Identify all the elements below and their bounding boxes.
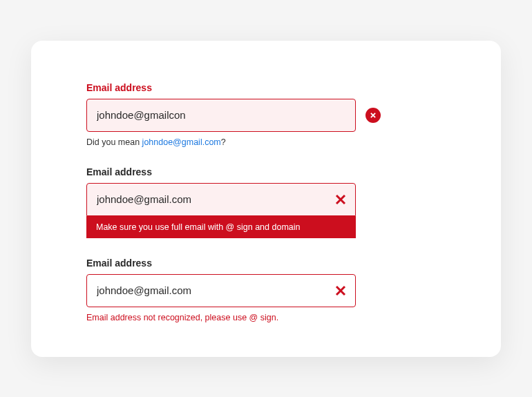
email-label-3: Email address xyxy=(86,258,446,269)
error-banner: Make sure you use full email with @ sign… xyxy=(86,216,356,238)
clear-input-icon[interactable] xyxy=(335,194,346,205)
form-group-1: Email address Did you mean johndoe@gmail… xyxy=(86,82,446,147)
suggestion-suffix: ? xyxy=(221,137,226,147)
email-suggestion: Did you mean johndoe@gmail.com? xyxy=(86,137,446,147)
form-group-3: Email address Email address not recogniz… xyxy=(86,258,446,322)
form-card: Email address Did you mean johndoe@gmail… xyxy=(31,41,501,357)
error-text: Email address not recognized, please use… xyxy=(86,313,446,322)
email-label-2: Email address xyxy=(86,166,446,177)
email-field-2[interactable] xyxy=(86,183,356,216)
input-wrapper-2 xyxy=(86,183,356,216)
error-badge-icon xyxy=(365,108,381,123)
input-row-1 xyxy=(86,99,446,132)
form-group-2: Email address Make sure you use full ema… xyxy=(86,166,446,238)
clear-input-icon[interactable] xyxy=(335,285,346,296)
email-field-3[interactable] xyxy=(86,274,356,307)
suggestion-prefix: Did you mean xyxy=(86,137,142,147)
input-wrapper-3 xyxy=(86,274,356,307)
input-wrapper-1 xyxy=(86,99,356,132)
suggestion-link[interactable]: johndoe@gmail.com xyxy=(142,137,221,147)
email-label-1: Email address xyxy=(86,82,446,93)
email-field-1[interactable] xyxy=(86,99,356,132)
